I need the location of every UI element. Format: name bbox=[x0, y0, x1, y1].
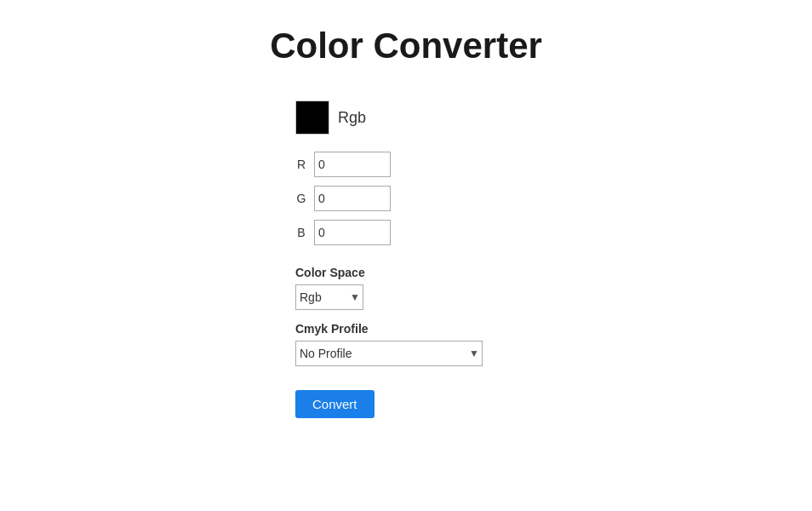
b-input[interactable] bbox=[314, 220, 391, 245]
page-container: Color Converter Rgb R G B Color Space Rg… bbox=[0, 0, 812, 511]
page-title: Color Converter bbox=[270, 26, 542, 66]
cmyk-profile-select-wrapper: No Profile ▼ bbox=[295, 341, 483, 366]
r-input-row: R bbox=[295, 152, 391, 177]
cmyk-profile-section-label: Cmyk Profile bbox=[295, 322, 369, 336]
color-space-section-label: Color Space bbox=[295, 266, 365, 279]
color-preview-row: Rgb bbox=[295, 100, 366, 135]
g-channel-label: G bbox=[295, 192, 307, 205]
b-input-row: B bbox=[295, 220, 391, 245]
r-input[interactable] bbox=[314, 152, 391, 177]
convert-button[interactable]: Convert bbox=[295, 390, 375, 418]
color-space-inline-label: Rgb bbox=[338, 109, 366, 127]
r-channel-label: R bbox=[295, 158, 307, 171]
color-space-select[interactable]: Rgb Cmyk Hsv Hsl Lab bbox=[295, 284, 363, 310]
g-input[interactable] bbox=[314, 186, 391, 211]
color-swatch bbox=[295, 100, 329, 135]
color-space-select-wrapper: Rgb Cmyk Hsv Hsl Lab ▼ bbox=[295, 284, 363, 310]
cmyk-profile-select[interactable]: No Profile bbox=[295, 341, 483, 366]
g-input-row: G bbox=[295, 186, 391, 211]
form-container: Rgb R G B Color Space Rgb Cmyk Hsv Hsl L… bbox=[295, 100, 517, 418]
b-channel-label: B bbox=[295, 226, 307, 239]
